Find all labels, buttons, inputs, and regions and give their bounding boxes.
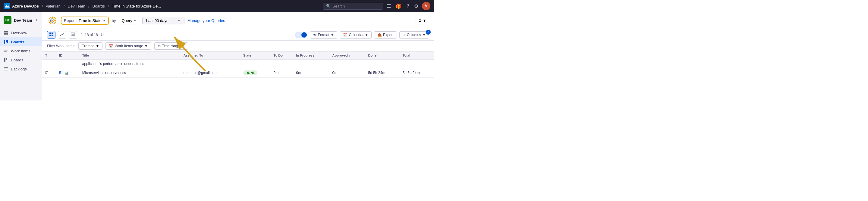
overview-label: Overview	[11, 31, 27, 35]
columns-button[interactable]: ⊞ Columns ▼ 3	[399, 31, 429, 38]
table-header-row: T ID Title Assigned To State To Do In Pr…	[42, 52, 434, 59]
settings-dropdown-btn[interactable]: ⚙ ▼	[415, 17, 429, 24]
svg-rect-12	[6, 58, 7, 60]
sidebar-item-boards2[interactable]: Boards	[0, 55, 42, 64]
svg-rect-7	[7, 40, 8, 43]
record-count: 1–18 of 18	[81, 33, 98, 37]
sidebar-team-header[interactable]: DT Dev Team +	[0, 14, 42, 26]
col-todo: To Do	[271, 52, 293, 59]
breadcrumb-valeriiah[interactable]: valeriiah	[46, 4, 61, 8]
breadcrumb-devteam[interactable]: Dev Team	[68, 4, 85, 8]
search-icon: 🔍	[326, 4, 331, 8]
row-chart-icon[interactable]: 📊	[64, 71, 69, 75]
settings-gear-icon: ⚙	[418, 19, 422, 23]
export-label: Export	[383, 33, 394, 37]
chart-icon	[60, 32, 64, 36]
svg-rect-8	[4, 49, 8, 50]
sidebar-item-overview[interactable]: Overview	[0, 28, 42, 37]
boards2-icon	[4, 58, 8, 62]
svg-rect-10	[4, 52, 7, 52]
report-selector[interactable]: Report: Time in State ▼	[61, 16, 109, 25]
workitems-icon	[4, 48, 8, 53]
query-value: Query	[121, 19, 132, 23]
add-icon[interactable]: +	[35, 17, 38, 24]
report-logo-icon	[47, 15, 58, 26]
search-input[interactable]	[333, 4, 375, 8]
report-dropdown[interactable]: Time in State ▼	[79, 19, 106, 23]
cell-done	[365, 59, 399, 68]
format-button[interactable]: 👁 Format ▼	[310, 31, 338, 38]
sidebar: DT Dev Team + Overview Boards	[0, 12, 42, 100]
cell-todo	[271, 59, 293, 68]
breadcrumb-sep-1: /	[42, 4, 43, 8]
sidebar-item-workitems[interactable]: Work items	[0, 46, 42, 55]
cell-title[interactable]: application's performance under stress	[79, 59, 181, 68]
toggle-thumb	[301, 32, 307, 38]
days-value: Last 90 days	[146, 19, 168, 23]
breadcrumb-boards[interactable]: Boards	[92, 4, 104, 8]
app-name: Azure DevOps	[12, 4, 39, 8]
export-button[interactable]: 📤 Export	[374, 31, 397, 38]
refresh-icon[interactable]: ↻	[100, 33, 104, 37]
work-item-id-link[interactable]: 51	[59, 71, 63, 75]
svg-rect-22	[52, 33, 53, 34]
calendar-button[interactable]: 📅 Calendar ▼	[340, 31, 372, 38]
created-filter-label: Created	[82, 44, 95, 48]
table-icon	[71, 32, 75, 36]
cell-inprogress	[293, 59, 330, 68]
sidebar-nav: Overview Boards Work items	[0, 28, 42, 73]
help-icon[interactable]: ?	[405, 3, 410, 9]
sidebar-item-backlogs[interactable]: Backlogs	[0, 64, 42, 73]
boards2-label: Boards	[11, 58, 23, 62]
toggle-switch[interactable]: ✕	[295, 32, 307, 38]
cell-title[interactable]: Microservices or serverless	[79, 68, 181, 78]
report-value: Time in State	[79, 19, 101, 23]
gift-icon[interactable]: 🎁	[395, 3, 403, 9]
filter-bar: Filter Work Items: Created ▼ 📅 Work Item…	[42, 41, 434, 52]
grid-view-button[interactable]	[47, 31, 56, 38]
cell-type	[42, 59, 56, 68]
col-done: Done	[365, 52, 399, 59]
svg-rect-2	[6, 31, 8, 33]
toggle-x-icon: ✕	[297, 33, 299, 36]
manage-queries-link[interactable]: Manage your Queries	[187, 19, 225, 23]
search-box[interactable]: 🔍	[323, 3, 383, 10]
backlogs-label: Backlogs	[11, 67, 27, 71]
cell-state	[240, 59, 271, 68]
work-items-range-label: Work Items range	[115, 44, 143, 48]
sidebar-item-boards[interactable]: Boards	[0, 37, 42, 46]
report-toolbar: Report: Time in State ▼ by Query ▼ Last …	[42, 12, 434, 29]
svg-rect-23	[50, 35, 51, 36]
svg-rect-4	[6, 33, 8, 35]
overview-icon	[4, 30, 8, 35]
col-approved[interactable]: Approved ↑	[329, 52, 365, 59]
grid-icon	[49, 32, 53, 36]
time-range-filter[interactable]: ✂ Time range ▼	[154, 42, 188, 49]
svg-rect-1	[4, 31, 6, 33]
cell-approved: 0m	[329, 68, 365, 78]
calendar-small-view-button[interactable]	[69, 31, 77, 38]
checklist-icon[interactable]: ☰	[385, 3, 392, 9]
calendar-icon: 📅	[343, 33, 347, 37]
user-avatar[interactable]: V	[422, 2, 430, 10]
query-dropdown[interactable]: Query ▼	[119, 17, 139, 24]
col-title: Title	[79, 52, 181, 59]
settings-dropdown-arrow: ▼	[423, 19, 427, 23]
settings-icon[interactable]: ⚙	[413, 3, 420, 9]
format-arrow: ▼	[331, 33, 334, 37]
cell-id[interactable]: 51📊	[56, 68, 79, 78]
days-arrow: ▼	[178, 19, 181, 22]
work-items-range-filter[interactable]: 📅 Work Items range ▼	[105, 42, 151, 49]
cell-todo: 0m	[271, 68, 293, 78]
eye-icon: 👁	[313, 33, 317, 37]
work-items-range-arrow: ▼	[144, 44, 148, 48]
format-label: Format	[318, 33, 330, 37]
created-filter-dropdown[interactable]: Created ▼	[79, 42, 103, 49]
export-icon: 📤	[377, 33, 382, 37]
svg-rect-5	[4, 40, 5, 44]
chart-view-button[interactable]	[58, 31, 66, 38]
days-dropdown[interactable]: Last 90 days ▼	[142, 17, 184, 24]
data-table: T ID Title Assigned To State To Do In Pr…	[42, 52, 434, 100]
app-logo[interactable]: Azure DevOps	[4, 3, 39, 9]
cell-id[interactable]	[56, 59, 79, 68]
